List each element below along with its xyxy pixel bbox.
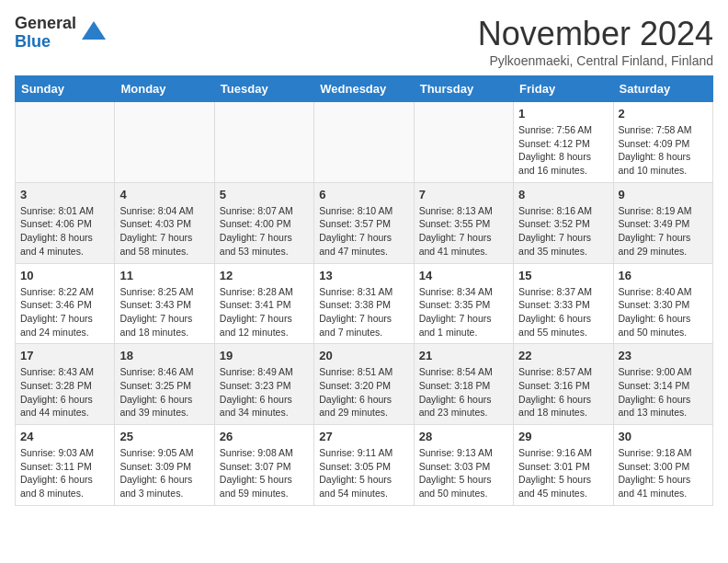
day-number: 22 bbox=[518, 349, 608, 362]
day-number: 20 bbox=[319, 349, 408, 362]
page-header: General Blue November 2024 Pylkoenmaeki,… bbox=[15, 15, 713, 68]
day-number: 25 bbox=[119, 430, 209, 443]
day-info: Sunrise: 8:28 AMSunset: 3:41 PMDaylight:… bbox=[220, 285, 309, 339]
calendar-cell: 27Sunrise: 9:11 AMSunset: 3:05 PMDayligh… bbox=[314, 425, 414, 506]
col-header-saturday: Saturday bbox=[613, 76, 712, 102]
week-row-1: 1Sunrise: 7:56 AMSunset: 4:12 PMDaylight… bbox=[16, 102, 713, 183]
day-info: Sunrise: 8:16 AMSunset: 3:52 PMDaylight:… bbox=[518, 204, 608, 259]
day-number: 27 bbox=[319, 430, 408, 443]
logo-blue: Blue bbox=[15, 33, 76, 52]
day-number: 3 bbox=[20, 188, 109, 201]
day-info: Sunrise: 8:43 AMSunset: 3:28 PMDaylight:… bbox=[20, 365, 109, 419]
day-info: Sunrise: 8:13 AMSunset: 3:55 PMDaylight:… bbox=[419, 204, 508, 259]
calendar-cell: 23Sunrise: 9:00 AMSunset: 3:14 PMDayligh… bbox=[613, 344, 712, 425]
calendar-cell: 25Sunrise: 9:05 AMSunset: 3:09 PMDayligh… bbox=[115, 425, 214, 506]
day-number: 9 bbox=[619, 188, 708, 201]
calendar-cell: 7Sunrise: 8:13 AMSunset: 3:55 PMDaylight… bbox=[414, 182, 513, 263]
day-number: 13 bbox=[319, 269, 408, 282]
day-number: 4 bbox=[119, 188, 209, 201]
day-number: 12 bbox=[220, 269, 309, 282]
day-info: Sunrise: 8:01 AMSunset: 4:06 PMDaylight:… bbox=[20, 204, 109, 259]
month-title: November 2024 bbox=[478, 15, 713, 53]
day-info: Sunrise: 7:56 AMSunset: 4:12 PMDaylight:… bbox=[518, 123, 608, 178]
calendar-cell: 5Sunrise: 8:07 AMSunset: 4:00 PMDaylight… bbox=[214, 182, 313, 263]
week-row-3: 10Sunrise: 8:22 AMSunset: 3:46 PMDayligh… bbox=[16, 263, 713, 344]
col-header-friday: Friday bbox=[514, 76, 613, 102]
calendar-cell bbox=[414, 102, 513, 183]
calendar-cell: 4Sunrise: 8:04 AMSunset: 4:03 PMDaylight… bbox=[115, 182, 214, 263]
day-number: 6 bbox=[319, 188, 408, 201]
week-row-5: 24Sunrise: 9:03 AMSunset: 3:11 PMDayligh… bbox=[16, 425, 713, 506]
day-info: Sunrise: 8:25 AMSunset: 3:43 PMDaylight:… bbox=[119, 285, 209, 339]
day-info: Sunrise: 9:11 AMSunset: 3:05 PMDaylight:… bbox=[319, 446, 408, 500]
col-header-thursday: Thursday bbox=[414, 76, 513, 102]
day-info: Sunrise: 8:22 AMSunset: 3:46 PMDaylight:… bbox=[20, 285, 109, 339]
calendar-cell: 12Sunrise: 8:28 AMSunset: 3:41 PMDayligh… bbox=[214, 263, 313, 344]
day-info: Sunrise: 9:16 AMSunset: 3:01 PMDaylight:… bbox=[518, 446, 608, 500]
day-info: Sunrise: 8:57 AMSunset: 3:16 PMDaylight:… bbox=[518, 365, 608, 419]
day-number: 21 bbox=[419, 349, 508, 362]
day-number: 17 bbox=[20, 349, 109, 362]
logo-general: General bbox=[15, 15, 76, 33]
day-number: 30 bbox=[619, 430, 708, 443]
calendar-cell: 22Sunrise: 8:57 AMSunset: 3:16 PMDayligh… bbox=[514, 344, 613, 425]
day-info: Sunrise: 8:04 AMSunset: 4:03 PMDaylight:… bbox=[119, 204, 209, 259]
calendar-cell: 15Sunrise: 8:37 AMSunset: 3:33 PMDayligh… bbox=[514, 263, 613, 344]
calendar-cell: 28Sunrise: 9:13 AMSunset: 3:03 PMDayligh… bbox=[414, 425, 513, 506]
day-number: 8 bbox=[518, 188, 608, 201]
week-row-2: 3Sunrise: 8:01 AMSunset: 4:06 PMDaylight… bbox=[16, 182, 713, 263]
day-info: Sunrise: 8:37 AMSunset: 3:33 PMDaylight:… bbox=[518, 285, 608, 339]
calendar-cell: 11Sunrise: 8:25 AMSunset: 3:43 PMDayligh… bbox=[115, 263, 214, 344]
day-info: Sunrise: 7:58 AMSunset: 4:09 PMDaylight:… bbox=[619, 123, 708, 178]
day-info: Sunrise: 9:03 AMSunset: 3:11 PMDaylight:… bbox=[20, 446, 109, 500]
calendar-cell: 3Sunrise: 8:01 AMSunset: 4:06 PMDaylight… bbox=[16, 182, 115, 263]
day-info: Sunrise: 8:49 AMSunset: 3:23 PMDaylight:… bbox=[220, 365, 309, 419]
day-number: 23 bbox=[619, 349, 708, 362]
day-number: 2 bbox=[619, 107, 708, 121]
calendar-cell: 13Sunrise: 8:31 AMSunset: 3:38 PMDayligh… bbox=[314, 263, 414, 344]
day-number: 14 bbox=[419, 269, 508, 282]
day-info: Sunrise: 9:08 AMSunset: 3:07 PMDaylight:… bbox=[220, 446, 309, 500]
calendar-cell bbox=[214, 102, 313, 183]
day-info: Sunrise: 8:07 AMSunset: 4:00 PMDaylight:… bbox=[220, 204, 309, 259]
day-number: 26 bbox=[220, 430, 309, 443]
calendar-cell: 18Sunrise: 8:46 AMSunset: 3:25 PMDayligh… bbox=[115, 344, 214, 425]
day-info: Sunrise: 8:54 AMSunset: 3:18 PMDaylight:… bbox=[419, 365, 508, 419]
day-number: 5 bbox=[220, 188, 309, 201]
day-info: Sunrise: 9:13 AMSunset: 3:03 PMDaylight:… bbox=[419, 446, 508, 500]
day-info: Sunrise: 9:05 AMSunset: 3:09 PMDaylight:… bbox=[119, 446, 209, 500]
day-number: 29 bbox=[518, 430, 608, 443]
col-header-tuesday: Tuesday bbox=[214, 76, 313, 102]
calendar-cell: 8Sunrise: 8:16 AMSunset: 3:52 PMDaylight… bbox=[514, 182, 613, 263]
logo-icon bbox=[80, 19, 108, 47]
calendar-cell: 10Sunrise: 8:22 AMSunset: 3:46 PMDayligh… bbox=[16, 263, 115, 344]
day-number: 19 bbox=[220, 349, 309, 362]
calendar-cell: 17Sunrise: 8:43 AMSunset: 3:28 PMDayligh… bbox=[16, 344, 115, 425]
calendar-cell: 19Sunrise: 8:49 AMSunset: 3:23 PMDayligh… bbox=[214, 344, 313, 425]
day-number: 28 bbox=[419, 430, 508, 443]
day-info: Sunrise: 9:18 AMSunset: 3:00 PMDaylight:… bbox=[619, 446, 708, 500]
day-info: Sunrise: 8:46 AMSunset: 3:25 PMDaylight:… bbox=[119, 365, 209, 419]
col-header-sunday: Sunday bbox=[16, 76, 115, 102]
calendar-cell: 6Sunrise: 8:10 AMSunset: 3:57 PMDaylight… bbox=[314, 182, 414, 263]
col-header-wednesday: Wednesday bbox=[314, 76, 414, 102]
calendar-cell bbox=[314, 102, 414, 183]
calendar-cell: 2Sunrise: 7:58 AMSunset: 4:09 PMDaylight… bbox=[613, 102, 712, 183]
location-subtitle: Pylkoenmaeki, Central Finland, Finland bbox=[478, 53, 713, 68]
day-info: Sunrise: 8:34 AMSunset: 3:35 PMDaylight:… bbox=[419, 285, 508, 339]
day-info: Sunrise: 8:10 AMSunset: 3:57 PMDaylight:… bbox=[319, 204, 408, 259]
day-info: Sunrise: 8:31 AMSunset: 3:38 PMDaylight:… bbox=[319, 285, 408, 339]
svg-marker-0 bbox=[82, 21, 106, 40]
col-header-monday: Monday bbox=[115, 76, 214, 102]
day-number: 11 bbox=[119, 269, 209, 282]
day-info: Sunrise: 8:40 AMSunset: 3:30 PMDaylight:… bbox=[619, 285, 708, 339]
day-number: 18 bbox=[119, 349, 209, 362]
day-number: 7 bbox=[419, 188, 508, 201]
day-number: 10 bbox=[20, 269, 109, 282]
day-number: 1 bbox=[518, 107, 608, 121]
calendar-cell bbox=[115, 102, 214, 183]
day-number: 16 bbox=[619, 269, 708, 282]
day-number: 24 bbox=[20, 430, 109, 443]
calendar-cell: 29Sunrise: 9:16 AMSunset: 3:01 PMDayligh… bbox=[514, 425, 613, 506]
day-info: Sunrise: 8:19 AMSunset: 3:49 PMDaylight:… bbox=[619, 204, 708, 259]
